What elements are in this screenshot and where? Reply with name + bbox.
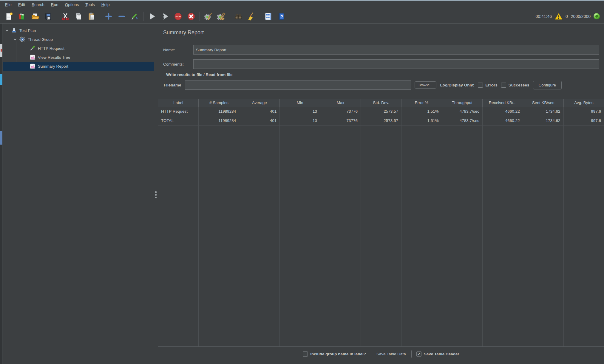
clear-icon[interactable] (203, 11, 213, 21)
summary-table-container: Label# SamplesAverageMinMaxStd. Dev.Erro… (158, 99, 604, 346)
splitter-grip-icon[interactable] (155, 191, 157, 198)
summary-table: Label# SamplesAverageMinMaxStd. Dev.Erro… (158, 99, 604, 346)
edge-fragment (0, 74, 2, 85)
clear-all-icon[interactable] (216, 11, 226, 21)
tree-item-label: View Results Tree (38, 55, 70, 60)
include-group-checkbox-group[interactable]: Include group name in label? (303, 351, 366, 357)
table-cell: 11989284 (199, 107, 239, 116)
start-no-timers-icon[interactable] (160, 11, 170, 21)
cut-icon[interactable] (60, 11, 70, 21)
table-cell: 401 (239, 116, 280, 125)
log-display-only-label: Log/Display Only: (440, 83, 474, 87)
save-table-header-checkbox[interactable]: ✓ (416, 351, 421, 357)
filename-input[interactable] (185, 80, 411, 90)
panel-splitter[interactable] (155, 24, 157, 364)
table-cell: 2573.57 (361, 107, 401, 116)
results-chart-icon (30, 54, 35, 60)
thread-group-icon (19, 36, 25, 42)
toolbar-separator (143, 12, 143, 21)
successes-checkbox[interactable] (501, 83, 506, 88)
error-count: 0 (566, 14, 568, 19)
search-icon[interactable] (233, 11, 243, 21)
tree-item-test-plan[interactable]: Test Plan (3, 26, 154, 35)
menu-options[interactable]: Options (62, 1, 82, 8)
save-table-header-label: Save Table Header (424, 352, 459, 356)
column-header[interactable]: Received KB/... (482, 99, 523, 107)
column-header[interactable]: Avg. Bytes (563, 99, 604, 107)
successes-checkbox-group[interactable]: Successes (501, 83, 529, 88)
test-plan-icon (11, 27, 17, 33)
column-header[interactable]: Error % (401, 99, 442, 107)
edge-fragment (0, 44, 2, 57)
tree-item-thread-group[interactable]: Thread Group (3, 35, 154, 44)
column-header[interactable]: Throughput (442, 99, 482, 107)
expand-all-icon[interactable] (104, 11, 114, 21)
chevron-down-icon[interactable] (13, 37, 18, 42)
copy-icon[interactable] (73, 11, 84, 21)
start-icon[interactable] (147, 11, 157, 21)
table-cell: 1734.62 (523, 116, 563, 125)
column-header[interactable]: Min (280, 99, 320, 107)
tree-item-summary-report[interactable]: Summary Report (3, 62, 154, 71)
column-header[interactable]: Label (158, 99, 199, 107)
new-file-icon[interactable] (4, 11, 14, 21)
errors-checkbox[interactable] (478, 83, 483, 88)
menu-search[interactable]: Search (28, 1, 48, 8)
function-helper-icon[interactable] (263, 11, 274, 21)
include-group-name-checkbox[interactable] (303, 351, 308, 357)
table-cell: 401 (239, 107, 280, 116)
tree-item-label: Summary Report (38, 64, 68, 69)
help-icon[interactable]: ? (276, 11, 287, 21)
open-folder-icon[interactable] (30, 11, 40, 21)
table-row[interactable]: HTTP Request1198928440113737762573.571.5… (158, 107, 604, 116)
table-cell: 1734.62 (523, 107, 563, 116)
menu-edit[interactable]: Edit (15, 1, 28, 8)
warning-icon[interactable] (555, 13, 563, 20)
table-row[interactable]: TOTAL1198928440113737762573.571.51%4783.… (158, 116, 604, 125)
table-cell: 13 (280, 107, 320, 116)
table-cell: 4660.22 (482, 116, 523, 125)
svg-text:?: ? (280, 14, 283, 19)
successes-label: Successes (509, 83, 529, 87)
menu-run[interactable]: Run (48, 1, 62, 8)
collapse-all-icon[interactable] (117, 11, 127, 21)
menu-tools[interactable]: Tools (82, 1, 98, 8)
screen-edge-strip (0, 24, 2, 364)
column-header[interactable]: Sent KB/sec (523, 99, 563, 107)
column-header[interactable]: Std. Dev. (361, 99, 401, 107)
save-table-data-button[interactable]: Save Table Data (371, 350, 412, 358)
table-cell: TOTAL (158, 116, 199, 125)
comments-input[interactable] (193, 59, 599, 69)
save-table-header-checkbox-group[interactable]: ✓ Save Table Header (416, 351, 459, 357)
table-cell: 73776 (320, 116, 361, 125)
table-cell: 997.6 (563, 107, 604, 116)
shutdown-icon[interactable] (186, 11, 196, 21)
table-cell: 997.6 (563, 116, 604, 125)
chevron-down-icon[interactable] (4, 28, 9, 33)
tree-item-label: Thread Group (28, 37, 53, 42)
table-header-row: Label# SamplesAverageMinMaxStd. Dev.Erro… (158, 99, 604, 107)
test-plan-tree: Test Plan Thread Group HTTP Request View… (3, 24, 154, 364)
column-header[interactable]: Average (239, 99, 280, 107)
filename-label: Filename (164, 83, 181, 87)
menu-file[interactable]: File (2, 1, 15, 8)
paste-icon[interactable] (86, 11, 97, 21)
stop-icon[interactable]: STOP (173, 11, 183, 21)
tree-item-http-request[interactable]: HTTP Request (3, 44, 154, 53)
tree-item-view-results-tree[interactable]: View Results Tree (3, 53, 154, 62)
errors-checkbox-group[interactable]: Errors (478, 83, 498, 88)
browse-button[interactable]: Browse... (415, 81, 437, 89)
name-label: Name: (163, 48, 193, 52)
column-header[interactable]: Max (320, 99, 361, 107)
search-reset-icon[interactable] (246, 11, 257, 21)
name-input[interactable] (193, 45, 599, 55)
column-header[interactable]: # Samples (199, 99, 239, 107)
configure-button[interactable]: Configure (533, 81, 562, 89)
toggle-icon[interactable] (130, 11, 140, 21)
menu-help[interactable]: Help (98, 1, 113, 8)
table-body: HTTP Request1198928440113737762573.571.5… (158, 107, 604, 346)
save-icon[interactable] (43, 11, 53, 21)
templates-icon[interactable] (17, 11, 27, 21)
toolbar: STOP ? 00:41:46 0 2000/2000 (0, 9, 604, 24)
table-cell: 4783.7/sec (442, 107, 482, 116)
